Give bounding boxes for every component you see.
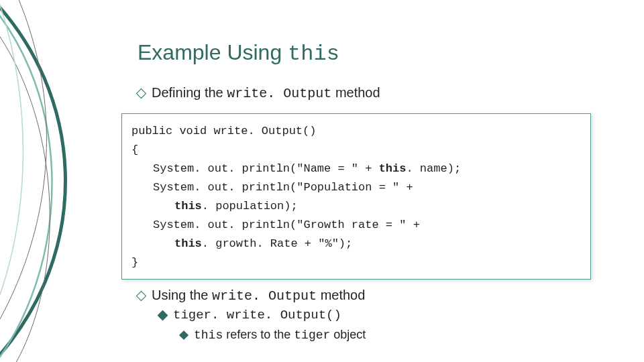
title-text: Example Using <box>138 40 288 64</box>
code-line: System. out. println("Population = " + <box>131 178 581 197</box>
diamond-bullet-icon <box>136 291 147 302</box>
diamond-bullet-icon <box>179 330 189 340</box>
bullet-this-refers: this refers to the tiger object <box>180 328 607 342</box>
bullet-tiger-call: tiger. write. Output() <box>159 308 607 322</box>
bullet-text: this refers to the tiger object <box>194 328 366 342</box>
code-line: public void write. Output() <box>131 122 581 141</box>
slide-content: Example Using this Defining the write. O… <box>138 40 607 346</box>
bullet-text: Defining the write. Output method <box>152 85 380 101</box>
code-line: { <box>131 141 581 160</box>
bullet-using: Using the write. Output method <box>138 288 607 304</box>
diamond-bullet-icon <box>158 310 168 321</box>
slide: Example Using this Defining the write. O… <box>0 0 644 362</box>
slide-title: Example Using this <box>138 40 607 66</box>
diamond-bullet-icon <box>136 88 147 99</box>
title-code: this <box>288 42 339 66</box>
bullet-defining: Defining the write. Output method <box>138 85 607 101</box>
code-line: System. out. println("Name = " + this. n… <box>131 160 581 178</box>
code-block: public void write. Output() { System. ou… <box>121 113 591 280</box>
code-line: } <box>131 253 581 272</box>
code-line: System. out. println("Growth rate = " + <box>131 216 581 235</box>
decorative-curves <box>0 0 94 362</box>
bullet-text: Using the write. Output method <box>152 288 365 304</box>
code-line: this. population); <box>131 197 581 216</box>
code-line: this. growth. Rate + "%"); <box>131 235 581 253</box>
bullet-text: tiger. write. Output() <box>173 308 341 322</box>
